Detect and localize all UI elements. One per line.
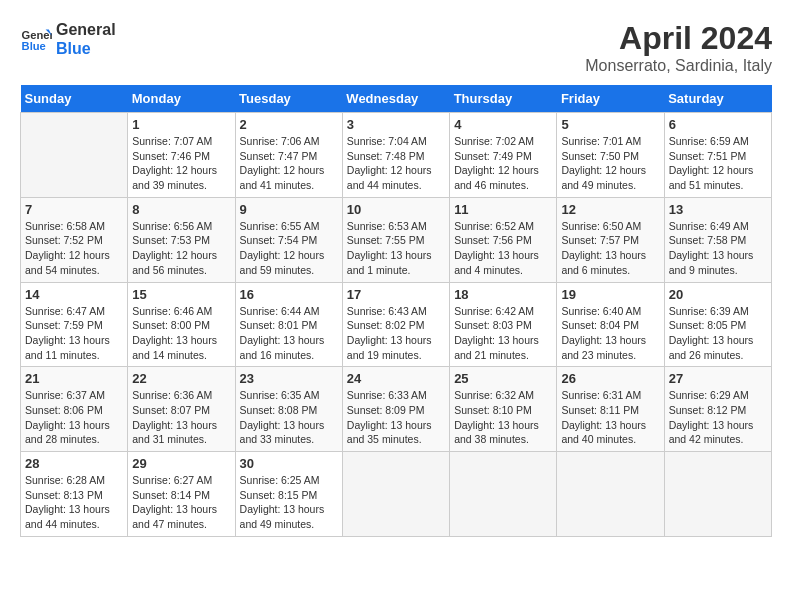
day-number: 3 — [347, 117, 445, 132]
day-number: 19 — [561, 287, 659, 302]
logo-icon: General Blue — [20, 23, 52, 55]
calendar-cell — [664, 452, 771, 537]
day-number: 25 — [454, 371, 552, 386]
calendar-cell: 19Sunrise: 6:40 AM Sunset: 8:04 PM Dayli… — [557, 282, 664, 367]
day-number: 27 — [669, 371, 767, 386]
day-info: Sunrise: 6:29 AM Sunset: 8:12 PM Dayligh… — [669, 388, 767, 447]
day-info: Sunrise: 6:50 AM Sunset: 7:57 PM Dayligh… — [561, 219, 659, 278]
header-tuesday: Tuesday — [235, 85, 342, 113]
day-number: 7 — [25, 202, 123, 217]
calendar-cell: 12Sunrise: 6:50 AM Sunset: 7:57 PM Dayli… — [557, 197, 664, 282]
calendar-cell: 11Sunrise: 6:52 AM Sunset: 7:56 PM Dayli… — [450, 197, 557, 282]
calendar-cell: 9Sunrise: 6:55 AM Sunset: 7:54 PM Daylig… — [235, 197, 342, 282]
day-info: Sunrise: 7:01 AM Sunset: 7:50 PM Dayligh… — [561, 134, 659, 193]
calendar-week-2: 7Sunrise: 6:58 AM Sunset: 7:52 PM Daylig… — [21, 197, 772, 282]
day-info: Sunrise: 6:49 AM Sunset: 7:58 PM Dayligh… — [669, 219, 767, 278]
calendar-week-1: 1Sunrise: 7:07 AM Sunset: 7:46 PM Daylig… — [21, 113, 772, 198]
svg-text:Blue: Blue — [22, 40, 46, 52]
calendar-cell — [450, 452, 557, 537]
day-info: Sunrise: 6:39 AM Sunset: 8:05 PM Dayligh… — [669, 304, 767, 363]
calendar-cell: 22Sunrise: 6:36 AM Sunset: 8:07 PM Dayli… — [128, 367, 235, 452]
calendar-cell: 6Sunrise: 6:59 AM Sunset: 7:51 PM Daylig… — [664, 113, 771, 198]
day-info: Sunrise: 6:36 AM Sunset: 8:07 PM Dayligh… — [132, 388, 230, 447]
day-info: Sunrise: 6:27 AM Sunset: 8:14 PM Dayligh… — [132, 473, 230, 532]
day-number: 21 — [25, 371, 123, 386]
day-number: 15 — [132, 287, 230, 302]
day-number: 14 — [25, 287, 123, 302]
day-info: Sunrise: 6:25 AM Sunset: 8:15 PM Dayligh… — [240, 473, 338, 532]
header-friday: Friday — [557, 85, 664, 113]
calendar-cell — [557, 452, 664, 537]
calendar-table: SundayMondayTuesdayWednesdayThursdayFrid… — [20, 85, 772, 537]
calendar-cell: 14Sunrise: 6:47 AM Sunset: 7:59 PM Dayli… — [21, 282, 128, 367]
logo-blue: Blue — [56, 39, 116, 58]
day-number: 22 — [132, 371, 230, 386]
calendar-cell: 4Sunrise: 7:02 AM Sunset: 7:49 PM Daylig… — [450, 113, 557, 198]
calendar-cell: 25Sunrise: 6:32 AM Sunset: 8:10 PM Dayli… — [450, 367, 557, 452]
location-subtitle: Monserrato, Sardinia, Italy — [585, 57, 772, 75]
day-number: 30 — [240, 456, 338, 471]
day-number: 4 — [454, 117, 552, 132]
header-sunday: Sunday — [21, 85, 128, 113]
calendar-cell: 16Sunrise: 6:44 AM Sunset: 8:01 PM Dayli… — [235, 282, 342, 367]
day-number: 10 — [347, 202, 445, 217]
day-number: 20 — [669, 287, 767, 302]
day-info: Sunrise: 7:02 AM Sunset: 7:49 PM Dayligh… — [454, 134, 552, 193]
calendar-cell: 1Sunrise: 7:07 AM Sunset: 7:46 PM Daylig… — [128, 113, 235, 198]
calendar-cell: 8Sunrise: 6:56 AM Sunset: 7:53 PM Daylig… — [128, 197, 235, 282]
day-number: 8 — [132, 202, 230, 217]
calendar-cell — [342, 452, 449, 537]
calendar-cell: 2Sunrise: 7:06 AM Sunset: 7:47 PM Daylig… — [235, 113, 342, 198]
day-number: 12 — [561, 202, 659, 217]
day-number: 5 — [561, 117, 659, 132]
day-number: 29 — [132, 456, 230, 471]
calendar-body: 1Sunrise: 7:07 AM Sunset: 7:46 PM Daylig… — [21, 113, 772, 537]
day-number: 13 — [669, 202, 767, 217]
calendar-week-4: 21Sunrise: 6:37 AM Sunset: 8:06 PM Dayli… — [21, 367, 772, 452]
day-number: 1 — [132, 117, 230, 132]
header-wednesday: Wednesday — [342, 85, 449, 113]
calendar-cell: 5Sunrise: 7:01 AM Sunset: 7:50 PM Daylig… — [557, 113, 664, 198]
day-info: Sunrise: 6:59 AM Sunset: 7:51 PM Dayligh… — [669, 134, 767, 193]
day-info: Sunrise: 7:06 AM Sunset: 7:47 PM Dayligh… — [240, 134, 338, 193]
header-thursday: Thursday — [450, 85, 557, 113]
day-number: 17 — [347, 287, 445, 302]
day-info: Sunrise: 6:28 AM Sunset: 8:13 PM Dayligh… — [25, 473, 123, 532]
calendar-header-row: SundayMondayTuesdayWednesdayThursdayFrid… — [21, 85, 772, 113]
month-year-title: April 2024 — [585, 20, 772, 57]
day-info: Sunrise: 6:58 AM Sunset: 7:52 PM Dayligh… — [25, 219, 123, 278]
day-number: 6 — [669, 117, 767, 132]
day-number: 9 — [240, 202, 338, 217]
calendar-week-5: 28Sunrise: 6:28 AM Sunset: 8:13 PM Dayli… — [21, 452, 772, 537]
day-info: Sunrise: 6:46 AM Sunset: 8:00 PM Dayligh… — [132, 304, 230, 363]
day-info: Sunrise: 6:35 AM Sunset: 8:08 PM Dayligh… — [240, 388, 338, 447]
calendar-cell: 27Sunrise: 6:29 AM Sunset: 8:12 PM Dayli… — [664, 367, 771, 452]
day-info: Sunrise: 6:44 AM Sunset: 8:01 PM Dayligh… — [240, 304, 338, 363]
day-info: Sunrise: 6:32 AM Sunset: 8:10 PM Dayligh… — [454, 388, 552, 447]
calendar-cell: 13Sunrise: 6:49 AM Sunset: 7:58 PM Dayli… — [664, 197, 771, 282]
calendar-cell: 28Sunrise: 6:28 AM Sunset: 8:13 PM Dayli… — [21, 452, 128, 537]
day-info: Sunrise: 6:43 AM Sunset: 8:02 PM Dayligh… — [347, 304, 445, 363]
calendar-cell: 7Sunrise: 6:58 AM Sunset: 7:52 PM Daylig… — [21, 197, 128, 282]
logo-general: General — [56, 20, 116, 39]
day-info: Sunrise: 6:53 AM Sunset: 7:55 PM Dayligh… — [347, 219, 445, 278]
day-number: 2 — [240, 117, 338, 132]
day-info: Sunrise: 6:55 AM Sunset: 7:54 PM Dayligh… — [240, 219, 338, 278]
day-number: 26 — [561, 371, 659, 386]
day-info: Sunrise: 6:31 AM Sunset: 8:11 PM Dayligh… — [561, 388, 659, 447]
day-info: Sunrise: 6:37 AM Sunset: 8:06 PM Dayligh… — [25, 388, 123, 447]
day-number: 24 — [347, 371, 445, 386]
day-number: 28 — [25, 456, 123, 471]
calendar-cell: 20Sunrise: 6:39 AM Sunset: 8:05 PM Dayli… — [664, 282, 771, 367]
day-info: Sunrise: 7:07 AM Sunset: 7:46 PM Dayligh… — [132, 134, 230, 193]
day-info: Sunrise: 6:33 AM Sunset: 8:09 PM Dayligh… — [347, 388, 445, 447]
day-info: Sunrise: 7:04 AM Sunset: 7:48 PM Dayligh… — [347, 134, 445, 193]
day-info: Sunrise: 6:52 AM Sunset: 7:56 PM Dayligh… — [454, 219, 552, 278]
header-monday: Monday — [128, 85, 235, 113]
calendar-cell: 29Sunrise: 6:27 AM Sunset: 8:14 PM Dayli… — [128, 452, 235, 537]
calendar-cell — [21, 113, 128, 198]
day-info: Sunrise: 6:47 AM Sunset: 7:59 PM Dayligh… — [25, 304, 123, 363]
header-saturday: Saturday — [664, 85, 771, 113]
calendar-cell: 26Sunrise: 6:31 AM Sunset: 8:11 PM Dayli… — [557, 367, 664, 452]
calendar-cell: 3Sunrise: 7:04 AM Sunset: 7:48 PM Daylig… — [342, 113, 449, 198]
